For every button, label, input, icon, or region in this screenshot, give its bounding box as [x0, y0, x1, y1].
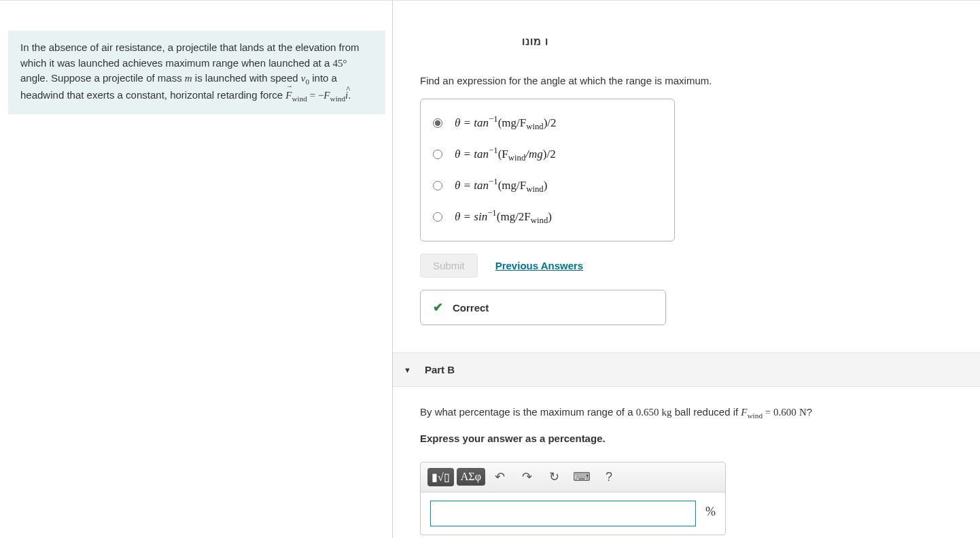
part-b-question: By what percentage is the maximum range …: [393, 387, 980, 446]
problem-text-2: angle. Suppose a projectile of mass: [20, 72, 185, 84]
part-b-title: Part B: [425, 364, 455, 375]
choice-0[interactable]: θ = tan−1(mg/Fwind)/2: [421, 107, 674, 139]
force-lhs-sub: wind: [292, 95, 307, 103]
problem-statement: In the absence of air resistance, a proj…: [8, 31, 385, 114]
reset-icon[interactable]: ↻: [542, 469, 567, 484]
choice-0-radio[interactable]: [433, 118, 442, 128]
choice-3[interactable]: θ = sin−1(mg/2Fwind): [421, 201, 674, 233]
submit-button[interactable]: Submit: [420, 254, 478, 278]
i-hat: i: [345, 88, 348, 103]
check-icon: ✔: [433, 300, 443, 315]
feedback-text: Correct: [453, 302, 489, 314]
equation-toolbar: ▮√▯ ΑΣφ ↶ ↷ ↻ ⌨ ?: [421, 463, 725, 492]
force-rhs-sub: wind: [330, 95, 346, 103]
choice-2[interactable]: θ = tan−1(mg/Fwind): [421, 170, 674, 201]
part-a-question: Find an expression for the angle at whic…: [420, 75, 953, 86]
force-vec-lhs: F: [285, 88, 292, 103]
equals: =: [307, 90, 318, 101]
choice-3-math: θ = sin−1(mg/2Fwind): [455, 208, 552, 226]
caret-down-icon[interactable]: ▼: [404, 366, 411, 374]
feedback-correct: ✔ Correct: [420, 290, 666, 325]
choice-2-math: θ = tan−1(mg/Fwind): [455, 177, 547, 195]
answer-box: ▮√▯ ΑΣφ ↶ ↷ ↻ ⌨ ? %: [420, 462, 726, 535]
choice-0-math: θ = tan−1(mg/Fwind)/2: [455, 114, 557, 132]
redo-icon[interactable]: ↷: [515, 469, 540, 484]
previous-answers-link[interactable]: Previous Answers: [495, 260, 584, 271]
unit-label: %: [696, 501, 716, 526]
choice-group: θ = tan−1(mg/Fwind)/2 θ = tan−1(Fwind/mg…: [420, 99, 675, 241]
undo-icon[interactable]: ↶: [488, 469, 512, 484]
problem-text-1: In the absence of air resistance, a proj…: [20, 41, 360, 69]
choice-1[interactable]: θ = tan−1(Fwind/mg)/2: [421, 139, 674, 170]
part-b-instruction: Express your answer as a percentage.: [420, 431, 953, 447]
problem-text-3: is launched with speed: [192, 72, 301, 84]
force-rhs: F: [323, 90, 330, 101]
angle-45: 45°: [332, 58, 347, 69]
answer-input[interactable]: [430, 501, 696, 526]
choice-2-radio[interactable]: [433, 181, 442, 190]
part-a-header-truncated: ו מונו: [393, 1, 980, 56]
choice-1-math: θ = tan−1(Fwind/mg)/2: [455, 146, 556, 163]
help-icon[interactable]: ?: [597, 470, 621, 484]
greek-button[interactable]: ΑΣφ: [457, 468, 485, 486]
choice-1-radio[interactable]: [433, 150, 442, 159]
part-b-header[interactable]: ▼ Part B: [393, 352, 980, 387]
keyboard-icon[interactable]: ⌨: [570, 469, 594, 484]
choice-3-radio[interactable]: [433, 212, 442, 222]
mass-var: m: [185, 73, 192, 84]
templates-button[interactable]: ▮√▯: [427, 468, 454, 486]
